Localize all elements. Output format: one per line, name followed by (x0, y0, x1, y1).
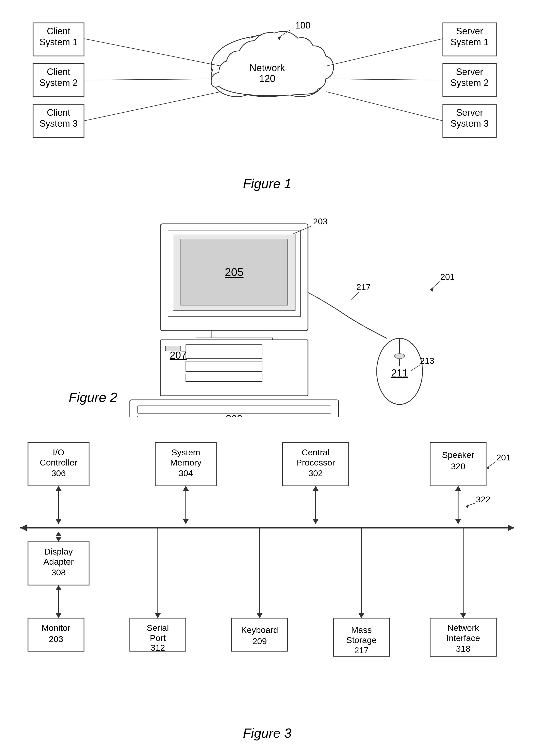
svg-text:201: 201 (440, 272, 455, 282)
svg-text:Mass: Mass (351, 625, 372, 635)
svg-point-20 (275, 56, 326, 97)
svg-text:203: 203 (49, 634, 63, 644)
svg-rect-56 (137, 406, 331, 413)
svg-marker-100 (183, 519, 189, 524)
svg-line-72 (430, 281, 440, 290)
svg-text:Central: Central (302, 448, 330, 457)
svg-text:System 1: System 1 (40, 37, 78, 47)
svg-rect-6 (33, 104, 84, 137)
svg-marker-147 (460, 613, 466, 618)
svg-text:207: 207 (170, 350, 187, 361)
svg-line-40 (326, 92, 443, 121)
svg-point-18 (211, 36, 323, 97)
svg-text:Speaker: Speaker (442, 450, 474, 460)
svg-text:100: 100 (295, 20, 311, 31)
svg-rect-3 (33, 64, 84, 97)
svg-marker-109 (20, 524, 27, 531)
svg-text:302: 302 (309, 468, 323, 478)
svg-text:System 1: System 1 (451, 37, 489, 47)
svg-text:Server: Server (456, 107, 483, 118)
svg-text:Interface: Interface (447, 633, 480, 643)
svg-text:Client: Client (47, 67, 70, 77)
svg-point-22 (270, 41, 316, 76)
svg-point-23 (239, 34, 295, 73)
svg-text:Client: Client (47, 26, 70, 36)
svg-text:Server: Server (456, 67, 483, 77)
svg-text:Memory: Memory (170, 457, 202, 467)
svg-text:System: System (171, 448, 200, 457)
svg-line-35 (84, 39, 221, 66)
figure1-area: Client System 1 Client System 2 Client S… (13, 15, 522, 206)
svg-rect-15 (443, 104, 496, 137)
figure3-area: I/O Controller 306 System Memory 304 Cen… (13, 427, 522, 748)
svg-line-36 (84, 79, 221, 80)
svg-rect-47 (211, 331, 257, 338)
svg-marker-118 (55, 532, 62, 536)
svg-point-19 (211, 56, 262, 97)
svg-marker-130 (155, 613, 161, 618)
svg-text:211: 211 (391, 367, 408, 379)
svg-text:205: 205 (225, 266, 243, 278)
svg-marker-103 (313, 519, 318, 524)
svg-text:213: 213 (420, 356, 434, 365)
svg-text:I/O: I/O (53, 448, 64, 457)
svg-marker-34 (278, 36, 281, 40)
svg-marker-101 (183, 486, 189, 491)
svg-marker-135 (256, 613, 263, 618)
svg-marker-124 (55, 585, 62, 590)
svg-rect-12 (443, 64, 496, 97)
svg-text:Controller: Controller (40, 457, 77, 467)
svg-line-39 (326, 79, 443, 80)
svg-point-21 (219, 43, 265, 79)
svg-rect-9 (443, 23, 496, 56)
svg-rect-0 (33, 23, 84, 56)
svg-point-26 (276, 57, 324, 95)
svg-marker-92 (486, 465, 490, 469)
svg-point-27 (220, 45, 263, 78)
svg-text:318: 318 (456, 644, 471, 653)
svg-text:306: 306 (51, 468, 66, 478)
svg-text:209: 209 (226, 413, 243, 417)
svg-marker-97 (55, 519, 62, 524)
svg-text:Figure 1: Figure 1 (243, 176, 292, 191)
svg-line-37 (84, 92, 221, 121)
svg-text:Monitor: Monitor (42, 623, 70, 633)
svg-marker-116 (55, 537, 62, 542)
svg-text:Client: Client (47, 107, 70, 118)
svg-text:Display: Display (44, 547, 73, 556)
svg-text:304: 304 (179, 468, 193, 478)
svg-text:217: 217 (354, 646, 369, 655)
svg-point-25 (213, 57, 261, 95)
svg-line-38 (326, 39, 443, 66)
svg-text:120: 120 (259, 73, 275, 84)
svg-text:System 3: System 3 (451, 118, 489, 129)
svg-marker-110 (508, 524, 514, 531)
svg-marker-104 (313, 486, 318, 491)
svg-line-33 (278, 30, 290, 38)
svg-text:Storage: Storage (346, 635, 377, 645)
svg-line-68 (351, 292, 359, 300)
svg-text:201: 201 (496, 453, 511, 462)
svg-marker-107 (455, 486, 461, 491)
svg-text:Figure 3: Figure 3 (243, 726, 292, 740)
svg-marker-98 (55, 486, 62, 491)
svg-point-29 (241, 36, 294, 71)
svg-rect-52 (186, 374, 262, 382)
svg-point-28 (271, 42, 314, 75)
svg-text:System 2: System 2 (451, 78, 489, 88)
svg-text:322: 322 (476, 494, 490, 504)
svg-text:209: 209 (252, 636, 267, 646)
svg-point-24 (213, 37, 322, 95)
svg-text:203: 203 (313, 216, 327, 226)
svg-text:Adapter: Adapter (43, 557, 74, 566)
svg-text:Server: Server (456, 26, 483, 36)
svg-text:Network: Network (250, 63, 285, 73)
svg-text:Figure 2: Figure 2 (69, 390, 117, 405)
svg-rect-50 (186, 345, 262, 359)
svg-rect-131 (232, 618, 287, 651)
svg-text:System 3: System 3 (40, 118, 78, 129)
svg-text:Processor: Processor (296, 457, 335, 467)
svg-text:312: 312 (151, 643, 165, 652)
svg-text:System 2: System 2 (40, 78, 78, 88)
page: Client System 1 Client System 2 Client S… (0, 0, 536, 756)
